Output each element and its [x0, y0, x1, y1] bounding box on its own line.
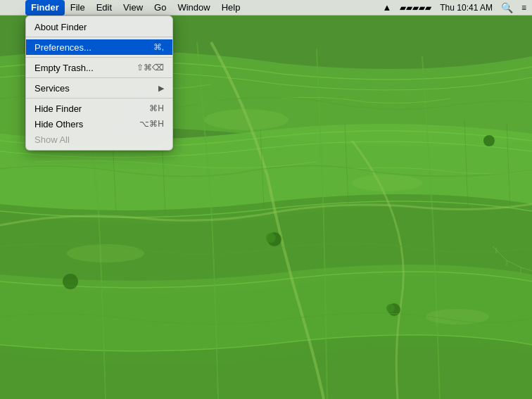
battery-icon: ▰▰▰▰▰	[400, 3, 431, 13]
hide-finder-shortcut: ⌘H	[149, 103, 164, 113]
empty-trash-label: Empty Trash...	[34, 63, 137, 73]
preferences-label: Preferences...	[34, 42, 153, 53]
svg-point-11	[352, 175, 422, 191]
spotlight-icon[interactable]: 🔍	[501, 2, 513, 13]
go-menu-item[interactable]: Go	[148, 0, 172, 15]
finder-menu-label: Finder	[31, 2, 59, 13]
empty-trash-shortcut: ⇧⌘⌫	[137, 63, 164, 72]
services-label: Services	[34, 83, 158, 94]
hide-others-shortcut-text: ⌥⌘H	[139, 119, 164, 129]
go-menu-label: Go	[154, 2, 166, 13]
empty-trash-item[interactable]: Empty Trash... ⇧⌘⌫	[26, 60, 172, 75]
window-menu-label: Window	[177, 2, 210, 13]
empty-trash-shortcut-text: ⇧⌘⌫	[137, 63, 164, 72]
menu-bar: Finder File Edit View Go Window Help ▲ ▰…	[0, 0, 532, 15]
hide-finder-shortcut-text: ⌘H	[149, 103, 164, 113]
edit-menu-label: Edit	[96, 2, 112, 13]
finder-menu-item[interactable]: Finder	[25, 0, 65, 15]
edit-menu-item[interactable]: Edit	[91, 0, 118, 15]
preferences-item[interactable]: Preferences... ⌘,	[26, 39, 172, 55]
about-finder-item[interactable]: About Finder	[26, 19, 172, 34]
help-menu-item[interactable]: Help	[216, 0, 246, 15]
hide-finder-item[interactable]: Hide Finder ⌘H	[26, 101, 172, 116]
menu-separator-4	[26, 98, 172, 99]
svg-point-10	[204, 109, 289, 130]
apple-menu-button[interactable]	[0, 0, 25, 15]
show-all-label: Show All	[34, 134, 164, 145]
notification-icon[interactable]: ≡	[521, 3, 526, 13]
window-menu-item[interactable]: Window	[172, 0, 215, 15]
menu-separator-2	[26, 57, 172, 58]
svg-point-9	[483, 135, 495, 146]
show-all-item[interactable]: Show All	[26, 132, 172, 147]
file-menu-label: File	[70, 2, 85, 13]
menu-separator-3	[26, 77, 172, 78]
hide-others-label: Hide Others	[34, 119, 139, 129]
about-finder-label: About Finder	[34, 22, 164, 32]
help-menu-label: Help	[222, 2, 241, 13]
view-menu-label: View	[123, 2, 143, 13]
svg-point-8	[63, 274, 78, 289]
view-menu-item[interactable]: View	[118, 0, 148, 15]
svg-point-7	[386, 304, 395, 312]
wifi-icon[interactable]: ▲	[382, 2, 391, 13]
finder-dropdown-menu: About Finder Preferences... ⌘, Empty Tra…	[25, 15, 173, 151]
file-menu-item[interactable]: File	[65, 0, 91, 15]
svg-point-12	[67, 244, 144, 262]
hide-others-item[interactable]: Hide Others ⌥⌘H	[26, 116, 172, 132]
menu-separator-1	[26, 37, 172, 37]
services-item[interactable]: Services ▶	[26, 80, 172, 96]
services-submenu-arrow: ▶	[158, 84, 164, 93]
clock: Thu 10:41 AM	[440, 3, 493, 13]
preferences-shortcut-text: ⌘,	[153, 42, 164, 52]
menubar-right-items: ▲ ▰▰▰▰▰ Thu 10:41 AM 🔍 ≡	[382, 2, 532, 13]
preferences-shortcut: ⌘,	[153, 42, 164, 52]
hide-finder-label: Hide Finder	[34, 103, 149, 114]
svg-point-5	[266, 233, 276, 243]
hide-others-shortcut: ⌥⌘H	[139, 119, 164, 129]
